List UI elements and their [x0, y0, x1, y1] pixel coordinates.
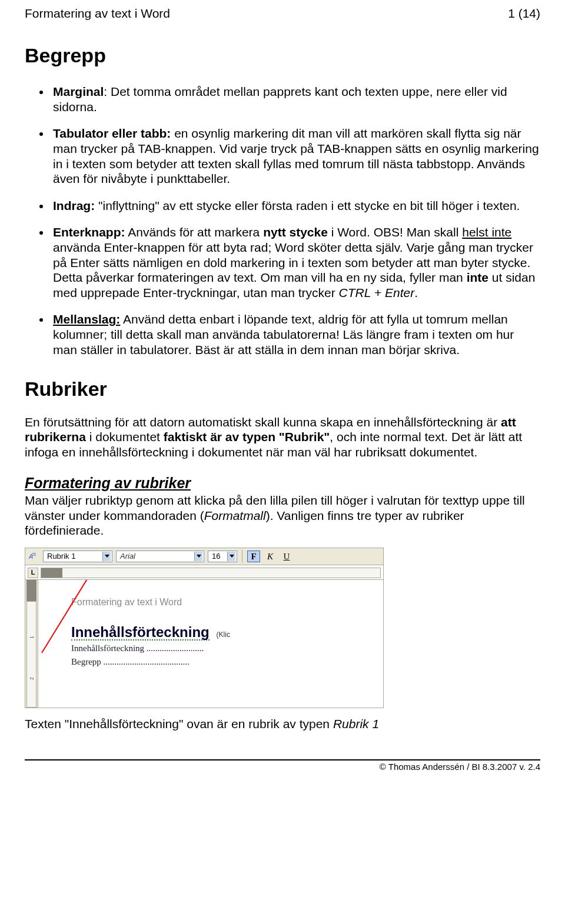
text: i Word. OBS! Man skall	[328, 225, 462, 239]
list-item: Tabulator eller tabb: en osynlig markeri…	[51, 126, 540, 186]
page-header: Formatering av text i Word 1 (14)	[25, 6, 540, 21]
font-select-value: Arial	[120, 552, 135, 561]
svg-line-1	[42, 580, 92, 653]
header-right: 1 (14)	[508, 6, 540, 21]
page-footer: © Thomas Anderssén / BI 8.3.2007 v. 2.4	[25, 759, 540, 772]
paragraph: Man väljer rubriktyp genom att klicka på…	[25, 493, 540, 538]
separator	[242, 550, 242, 563]
vertical-ruler[interactable]: 1 2	[25, 580, 38, 708]
size-select[interactable]: 16	[208, 551, 237, 562]
heading-rubriker: Rubriker	[25, 377, 540, 401]
text: Rubrik 1	[333, 717, 379, 730]
italic-label: K	[267, 551, 273, 562]
text: helst inte	[462, 225, 511, 239]
text: inte	[467, 271, 488, 284]
text: nytt stycke	[263, 225, 328, 239]
term-tabulator: Tabulator eller tabb:	[53, 126, 171, 140]
chevron-down-icon[interactable]	[102, 552, 111, 561]
bold-label: F	[251, 551, 256, 562]
figure-caption: Texten "Innehållsförteckning" ovan är en…	[25, 716, 540, 732]
word-document-area: 1 2 Formatering av text i Word Innehålls…	[25, 580, 384, 708]
ruler-row: L	[25, 565, 384, 580]
chevron-down-icon[interactable]	[227, 552, 235, 561]
style-select-value: Rubrik 1	[47, 552, 75, 561]
text: CTRL + Enter	[339, 286, 415, 299]
list-item: Indrag: "inflyttning" av ett stycke elle…	[51, 198, 540, 214]
word-page: Formatering av text i Word Innehållsfört…	[38, 580, 383, 708]
tab-align-button[interactable]: L	[28, 568, 38, 578]
heading-formatering: Formatering av rubriker	[25, 474, 540, 492]
text: : Det tomma området mellan papprets kant…	[53, 85, 507, 114]
text: "inflyttning" av ett stycke eller första…	[95, 199, 520, 212]
text: Används för att markera	[125, 225, 264, 239]
text: Texten "Innehållsförteckning" ovan är en…	[25, 717, 333, 730]
doc-klic: (Klic	[217, 631, 230, 639]
text: Formatmall	[204, 509, 266, 522]
header-left: Formatering av text i Word	[25, 6, 170, 21]
italic-button[interactable]: K	[264, 551, 277, 562]
size-select-value: 16	[212, 552, 220, 561]
underline-button[interactable]: U	[280, 551, 293, 562]
paragraph: En förutsättning för att datorn automati…	[25, 415, 540, 460]
term-enterknapp: Enterknapp:	[53, 225, 125, 239]
svg-text:A: A	[29, 553, 33, 560]
word-toolbar: A Rubrik 1 Arial 16 F K U	[25, 548, 384, 565]
font-select[interactable]: Arial	[116, 551, 204, 562]
chevron-down-icon[interactable]	[194, 552, 202, 561]
underline-label: U	[284, 551, 290, 562]
annotation-arrow	[38, 580, 139, 659]
footer-text: © Thomas Anderssén / BI 8.3.2007 v. 2.4	[380, 762, 540, 772]
bold-button[interactable]: F	[247, 551, 260, 562]
text: faktiskt är av typen "Rubrik"	[164, 430, 330, 443]
list-item: Mellanslag: Använd detta enbart i löpand…	[51, 312, 540, 357]
horizontal-ruler[interactable]	[41, 568, 381, 578]
term-marginal: Marginal	[53, 85, 104, 98]
heading-begrepp: Begrepp	[25, 44, 540, 68]
style-pane-icon[interactable]: A	[28, 551, 39, 562]
concept-list: Marginal: Det tomma området mellan pappr…	[25, 84, 540, 357]
text: Använd detta enbart i löpande text, aldr…	[53, 312, 514, 356]
word-screenshot: A Rubrik 1 Arial 16 F K U L	[25, 548, 384, 708]
text: använda Enter-knappen för att byta rad; …	[53, 241, 533, 284]
style-select[interactable]: Rubrik 1	[43, 551, 112, 562]
text: .	[414, 286, 418, 299]
text: i dokumentet	[86, 430, 164, 443]
term-indrag: Indrag:	[53, 199, 95, 212]
term-mellanslag: Mellanslag:	[53, 312, 120, 326]
text: En förutsättning för att datorn automati…	[25, 415, 501, 429]
list-item: Marginal: Det tomma området mellan pappr…	[51, 84, 540, 114]
list-item: Enterknapp: Används för att markera nytt…	[51, 225, 540, 300]
